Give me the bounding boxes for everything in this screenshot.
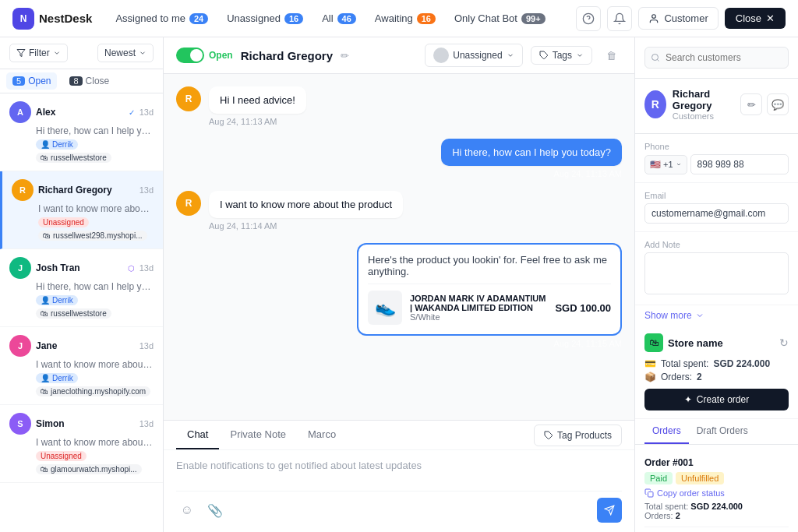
sidebar-header: Filter Newest: [0, 37, 163, 69]
message-profile-button[interactable]: 💬: [767, 93, 789, 115]
tab-marco[interactable]: Marco: [297, 421, 347, 449]
attachment-icon[interactable]: 📎: [204, 499, 226, 521]
wallet-icon: 💳: [644, 358, 656, 369]
help-icon[interactable]: [576, 6, 601, 31]
toggle-on[interactable]: [176, 48, 204, 63]
list-item[interactable]: J Jane 13d I want to know more about the…: [0, 327, 163, 405]
search-icon: [651, 53, 660, 62]
tag-store: 🛍 janeclothing.myshopify.com: [36, 386, 150, 396]
orders-icon: 📦: [644, 372, 656, 382]
chat-input-area: Enable notifications to get notified abo…: [164, 450, 634, 532]
chevron-down-icon: [695, 311, 704, 320]
assign-avatar: [433, 48, 449, 63]
chat-item-header: A Alex ✓ 13d: [9, 101, 154, 123]
email-section: Email: [635, 183, 798, 232]
list-item[interactable]: A Alex ✓ 13d Hi there, how can I help yo…: [0, 93, 163, 171]
list-item[interactable]: S Simon 13d I want to know more about th…: [0, 405, 163, 483]
country-code-dropdown[interactable]: 🇺🇸 +1: [644, 155, 687, 174]
tab-awaiting[interactable]: Awaiting 16: [367, 8, 443, 29]
tab-chatbot[interactable]: Only Chat Bot 99+: [447, 8, 553, 29]
app-logo: N NestDesk: [12, 8, 92, 30]
avatar: R: [12, 179, 34, 201]
tag-derrik: 👤 Derrik: [36, 139, 78, 150]
open-tab[interactable]: 5 Open: [6, 72, 57, 90]
avatar: J: [9, 335, 31, 357]
message-row: Hi there, how can I help you today? Aug …: [176, 139, 622, 178]
messenger-icon: ⬡: [128, 264, 135, 273]
chat-item-header: S Simon 13d: [9, 413, 154, 435]
logo-icon: N: [12, 8, 34, 30]
assign-dropdown[interactable]: Unassigned: [425, 44, 522, 67]
store-icon: 🛍: [644, 333, 663, 352]
customer-button[interactable]: Customer: [638, 7, 718, 30]
product-card: Here's the product you lookin' for. Feel…: [358, 245, 620, 334]
tag-products-button[interactable]: Tag Products: [534, 425, 622, 446]
list-item[interactable]: J Josh Tran ⬡ 13d Hi there, how can I he…: [0, 249, 163, 327]
filter-button[interactable]: Filter: [9, 44, 68, 62]
order-list: Order #001 Paid Unfulfilled Copy order s…: [635, 445, 798, 532]
tab-orders[interactable]: Orders: [644, 419, 689, 444]
send-button[interactable]: [597, 498, 622, 523]
list-item[interactable]: R Richard Gregory 13d I want to know mor…: [0, 171, 163, 249]
tag-store: 🛍 russellweststore: [36, 308, 111, 319]
tab-chat[interactable]: Chat: [176, 421, 219, 449]
tag-store: 🛍 glamourwatch.myshopi...: [36, 464, 142, 474]
avatar: J: [9, 257, 31, 279]
phone-input[interactable]: [690, 154, 789, 174]
svg-line-9: [657, 59, 659, 61]
chat-tags: 👤 Derrik 🛍 russellweststore: [36, 139, 154, 163]
list-item: Order #002 Paid Unfulfilled: [644, 527, 789, 532]
tags-dropdown[interactable]: Tags: [531, 46, 592, 65]
status-badge: Paid: [644, 472, 673, 484]
chat-item-header: R Richard Gregory 13d: [12, 179, 154, 201]
search-header: [635, 37, 798, 79]
tag-unassigned: Unassigned: [38, 217, 89, 227]
tab-all[interactable]: All 46: [314, 8, 364, 29]
message-bubble: Hi I need advice!: [209, 86, 306, 114]
verified-icon: ✓: [129, 108, 135, 117]
chat-tags: 👤 Derrik 🛍 janeclothing.myshopify.com: [36, 373, 154, 396]
tab-draft-orders[interactable]: Draft Orders: [689, 419, 756, 444]
copy-order-status-button[interactable]: Copy order status: [644, 488, 789, 498]
tag-unassigned: Unassigned: [36, 451, 87, 461]
svg-marker-3: [17, 50, 25, 57]
chat-input-tabs: Chat Private Note Marco Tag Products: [164, 420, 634, 450]
copy-icon: [644, 488, 654, 498]
delete-button[interactable]: 🗑: [600, 44, 622, 66]
show-more-button[interactable]: Show more: [635, 305, 798, 326]
message-bubble: I want to know more about the product: [209, 191, 403, 218]
sidebar: Filter Newest 5 Open 8 Close A: [0, 37, 164, 532]
notification-icon[interactable]: [607, 6, 632, 31]
profile-avatar: R: [644, 90, 666, 118]
profile-actions: ✏ 💬: [740, 93, 789, 115]
message-bubble-sent: Hi there, how can I help you today?: [441, 139, 622, 166]
chat-panel-header: Open Richard Gregory ✏ Unassigned Tags 🗑: [164, 37, 634, 74]
list-item: Order #001 Paid Unfulfilled Copy order s…: [644, 451, 789, 527]
status-badge: Unfulfilled: [676, 472, 724, 484]
newest-sort-button[interactable]: Newest: [97, 44, 154, 62]
refresh-button[interactable]: ↻: [779, 336, 789, 349]
chat-item-header: J Josh Tran ⬡ 13d: [9, 257, 154, 279]
avatar: A: [9, 101, 31, 123]
avatar: R: [176, 86, 201, 111]
status-toggle[interactable]: Open: [176, 48, 233, 63]
email-input[interactable]: [644, 203, 789, 224]
edit-profile-button[interactable]: ✏: [740, 93, 762, 115]
note-input[interactable]: [644, 252, 789, 294]
create-order-button[interactable]: ✦ Create order: [644, 389, 789, 410]
svg-point-8: [652, 55, 659, 61]
message-row: Here's the product you lookin' for. Feel…: [176, 243, 622, 348]
tag-derrik: 👤 Derrik: [36, 373, 78, 383]
tab-unassigned[interactable]: Unassigned 16: [219, 8, 311, 29]
close-tab[interactable]: 8 Close: [63, 72, 115, 90]
nav-actions: Customer Close ✕: [576, 6, 786, 31]
chat-input[interactable]: Enable notifications to get notified abo…: [176, 460, 622, 491]
search-input[interactable]: [644, 47, 789, 69]
close-button[interactable]: Close ✕: [725, 8, 786, 29]
tab-assigned-to-me[interactable]: Assigned to me 24: [108, 8, 216, 29]
emoji-icon[interactable]: ☺: [176, 499, 198, 521]
tab-private-note[interactable]: Private Note: [219, 421, 297, 449]
product-image: 👟: [368, 291, 402, 325]
avatar: S: [9, 413, 31, 435]
edit-icon[interactable]: ✏: [341, 50, 349, 62]
